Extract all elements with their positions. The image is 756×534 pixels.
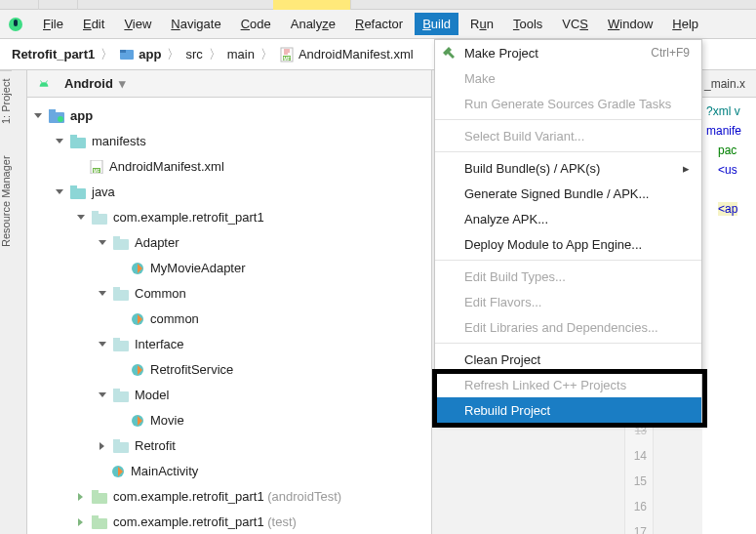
tree-common[interactable]: Common [135,281,186,307]
tree-manifests[interactable]: manifests [92,129,146,154]
menu-separator [435,343,701,344]
kotlin-class-icon [131,414,144,428]
menu-run[interactable]: Run [462,13,501,35]
rail-project[interactable]: 1: Project [0,79,12,124]
tree-expander-icon[interactable] [98,390,107,400]
menu-separator [435,260,701,261]
tree-java[interactable]: java [92,180,115,205]
kotlin-class-icon [111,465,125,478]
breadcrumb-main[interactable]: main [227,47,255,62]
android-studio-icon [8,17,23,32]
window-tab-strip [0,0,756,10]
tree-expander-icon[interactable] [98,289,107,299]
breadcrumb-project[interactable]: Retrofit_part1 [12,47,95,62]
svg-rect-22 [113,236,120,240]
menu-deploy-appengine[interactable]: Deploy Module to App Engine... [435,231,701,257]
package-icon [113,287,129,301]
project-tree[interactable]: app manifests MF AndroidManifest.xml jav… [27,98,431,534]
tree-manifest-file[interactable]: AndroidManifest.xml [109,154,224,180]
svg-rect-25 [113,287,120,291]
svg-rect-27 [113,341,129,351]
tree-expander-icon[interactable] [55,137,64,146]
editor-tab[interactable]: _main.x [702,70,756,98]
tree-mymovieadapter[interactable]: MyMovieAdapter [150,256,246,281]
tree-expander-icon[interactable] [98,238,107,248]
svg-rect-20 [92,211,99,215]
tree-expander-icon[interactable] [76,492,86,502]
tree-mainactivity[interactable]: MainActivity [131,459,198,484]
tree-retrofitservice[interactable]: RetrofitService [150,357,233,383]
menu-select-variant: Select Build Variant... [435,123,701,148]
breadcrumb-file[interactable]: MF AndroidManifest.xml [279,47,414,62]
submenu-arrow-icon: ▸ [683,161,690,176]
menu-run-gen-sources: Run Generate Sources Gradle Tasks [435,91,701,116]
chevron-right-icon: 〉 [207,46,223,63]
android-icon [37,77,51,91]
package-icon [113,439,129,453]
menu-navigate[interactable]: Navigate [163,13,228,35]
menu-build-bundles[interactable]: Build Bundle(s) / APK(s)▸ [435,155,701,181]
package-icon [113,338,129,351]
manifest-file-icon: MF [279,47,295,62]
svg-rect-12 [70,138,86,148]
menu-analyze-apk[interactable]: Analyze APK... [435,206,701,231]
editor-area[interactable]: _main.x ?xml v manife pac <us <ap [702,70,756,534]
menu-view[interactable]: View [116,13,159,35]
menu-tools[interactable]: Tools [505,13,550,35]
tree-app[interactable]: app [70,103,93,129]
tree-expander-icon[interactable] [33,111,43,121]
tree-interface[interactable]: Interface [135,332,184,357]
svg-line-7 [41,80,43,83]
shortcut-label: Ctrl+F9 [651,46,690,60]
svg-text:MF: MF [94,169,100,174]
svg-line-8 [46,80,48,83]
menu-help[interactable]: Help [664,13,706,35]
menu-rebuild-project[interactable]: Rebuild Project [435,397,701,423]
tree-common-cls[interactable]: common [150,307,199,332]
hammer-icon [441,45,457,61]
tree-model[interactable]: Model [135,383,169,408]
menu-separator [435,151,701,152]
menu-window[interactable]: Window [600,13,660,35]
tree-pkg-main[interactable]: com.example.retrofit_part1 [113,205,264,230]
menu-refactor[interactable]: Refactor [347,13,411,35]
menu-generate-signed[interactable]: Generate Signed Bundle / APK... [435,181,701,206]
svg-rect-18 [70,185,77,189]
svg-rect-30 [113,391,129,402]
breadcrumb-app[interactable]: app [139,47,161,62]
menu-code[interactable]: Code [233,13,279,35]
menu-file[interactable]: File [35,13,71,35]
menu-edit[interactable]: Edit [75,13,112,35]
tree-expander-icon[interactable] [55,187,64,197]
editor-gutter: 13 14 15 16 17 [624,418,654,534]
package-icon [92,211,107,225]
tree-retrofit[interactable]: Retrofit [135,433,176,459]
menu-separator [435,119,701,120]
menu-vcs[interactable]: VCS [554,13,596,35]
tree-expander-icon[interactable] [98,340,107,349]
tree-expander-icon[interactable] [98,441,107,451]
project-mode-selector[interactable]: Android ▾ [27,70,431,98]
rail-resource-manager[interactable]: Resource Manager [0,155,12,247]
menu-build[interactable]: Build [415,13,458,35]
kotlin-class-icon [131,262,144,275]
menu-clean-project[interactable]: Clean Project [435,347,701,372]
tree-pkg-androidtest[interactable]: com.example.retrofit_part1 (androidTest) [113,484,341,510]
svg-rect-28 [113,338,120,342]
svg-rect-13 [70,135,77,139]
tree-adapter[interactable]: Adapter [135,230,179,256]
breadcrumb-src[interactable]: src [185,47,202,62]
chevron-right-icon: 〉 [165,46,181,63]
tree-expander-icon[interactable] [76,517,86,527]
svg-rect-34 [113,439,120,443]
menu-make-project[interactable]: Make Project Ctrl+F9 [435,40,701,65]
svg-rect-33 [113,442,129,453]
menu-analyze[interactable]: Analyze [283,13,343,35]
tree-expander-icon[interactable] [76,213,86,223]
menu-edit-flavors: Edit Flavors... [435,289,701,314]
svg-rect-1 [14,20,18,26]
tree-movie[interactable]: Movie [150,408,184,433]
package-icon [92,490,107,504]
folder-icon [70,135,86,148]
tree-pkg-test[interactable]: com.example.retrofit_part1 (test) [113,510,297,534]
